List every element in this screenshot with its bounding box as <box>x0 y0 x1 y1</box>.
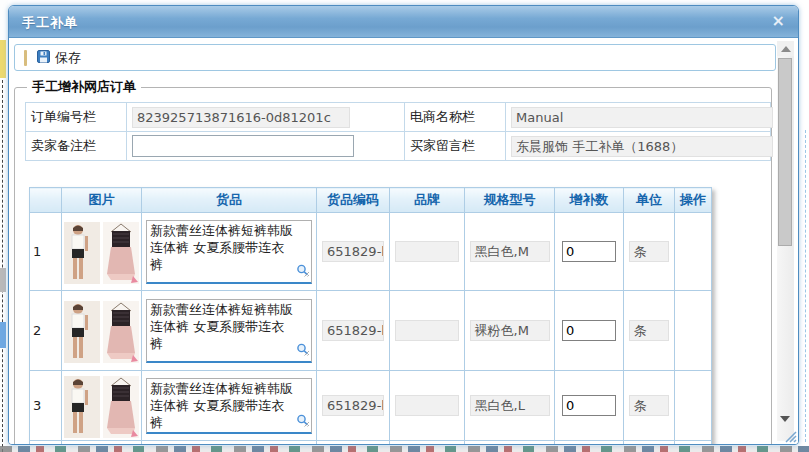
unit-value: 条 <box>629 241 669 262</box>
items-table: 图片 货品 货品编码 品牌 规格型号 增补数 单位 操作 1 <box>29 187 712 444</box>
goods-code-value: 651829-lu <box>322 320 384 341</box>
background-fragment <box>0 268 6 292</box>
product-lookup-box[interactable]: 新款蕾丝连体裤短裤韩版连体裤 女夏系腰带连衣裤 <box>146 220 312 284</box>
fieldset-legend: 手工增补网店订单 <box>27 78 141 96</box>
order-no-value: 823925713871616-0d81201c <box>132 107 350 128</box>
seller-note-input[interactable] <box>132 135 354 157</box>
background-fragment <box>0 322 6 348</box>
scroll-down-button[interactable] <box>777 412 794 427</box>
product-photo-model <box>64 376 100 438</box>
background-page-left-strip <box>0 0 8 452</box>
spec-value: 裸粉色,M <box>470 320 550 341</box>
scrollbar-thumb[interactable] <box>778 58 792 246</box>
seller-note-label: 卖家备注栏 <box>26 132 127 161</box>
dialog-titlebar[interactable]: 手工补单 × <box>9 6 798 38</box>
product-images <box>62 373 141 438</box>
magnifier-icon[interactable] <box>296 264 310 281</box>
row-index: 4 <box>30 441 62 445</box>
row-index: 2 <box>30 291 62 371</box>
col-header-action: 操作 <box>675 188 712 213</box>
manual-order-dialog: 手工补单 × 保存 手工增补网店订单 <box>8 5 799 445</box>
action-cell <box>675 441 712 445</box>
col-header-index <box>30 188 62 213</box>
background-dotted-border <box>2 80 3 452</box>
col-header-product: 货品 <box>142 188 317 213</box>
arrow-up-icon <box>781 46 791 52</box>
col-header-unit: 单位 <box>624 188 675 213</box>
order-fieldset: 手工增补网店订单 订单编号栏 823925713871616-0d81201c … <box>14 78 772 444</box>
shop-name-value: Manual <box>511 107 773 128</box>
spec-value: 黑白色,L <box>470 395 550 416</box>
brand-value <box>395 395 459 416</box>
brand-value <box>395 241 459 262</box>
brand-value <box>395 320 459 341</box>
action-cell <box>675 213 712 291</box>
action-cell <box>675 291 712 371</box>
background-page-bottom-strip <box>0 446 809 452</box>
table-row: 3 <box>30 371 712 441</box>
table-row: 1 <box>30 213 712 291</box>
col-header-code: 货品编码 <box>317 188 390 213</box>
row-index: 1 <box>30 213 62 291</box>
magnifier-icon[interactable] <box>296 414 310 431</box>
toolbar: 保存 <box>14 44 776 71</box>
table-row: 2 <box>30 291 712 371</box>
order-no-label: 订单编号栏 <box>26 103 127 132</box>
product-photo-model <box>64 301 100 363</box>
unit-value: 条 <box>629 320 669 341</box>
dialog-title: 手工补单 <box>22 14 78 32</box>
vertical-scrollbar[interactable] <box>777 41 794 441</box>
background-fragment <box>0 40 6 78</box>
product-lookup-box[interactable]: 新款蕾丝连体裤短裤韩版连体裤 女夏系腰带连衣裤 <box>146 378 312 434</box>
col-header-brand: 品牌 <box>390 188 465 213</box>
product-photo-dress <box>103 222 139 284</box>
order-info-table: 订单编号栏 823925713871616-0d81201c 电商名称栏 Man… <box>25 102 771 161</box>
product-photo-model <box>64 222 100 284</box>
resize-grip[interactable] <box>782 428 797 443</box>
shop-name-label: 电商名称栏 <box>405 103 506 132</box>
buyer-message-label: 买家留言栏 <box>405 132 506 161</box>
save-button-label: 保存 <box>55 49 81 67</box>
arrow-down-icon <box>780 416 790 422</box>
product-images <box>62 298 141 363</box>
supplement-qty-input[interactable] <box>562 320 616 341</box>
scroll-up-button[interactable] <box>777 41 794 56</box>
product-lookup-box[interactable]: 新款蕾丝连体裤短裤韩版连体裤 女夏系腰带连衣裤 <box>146 299 312 363</box>
save-button[interactable]: 保存 <box>37 47 81 68</box>
spec-value: 黑白色,M <box>470 241 550 262</box>
unit-value: 条 <box>629 395 669 416</box>
magnifier-icon[interactable] <box>296 343 310 360</box>
buyer-message-value: 东晨服饰 手工补单（1688） <box>511 136 773 157</box>
save-icon <box>37 50 50 66</box>
close-icon[interactable]: × <box>772 12 785 30</box>
toolbar-grip-handle[interactable] <box>24 50 27 66</box>
action-cell <box>675 371 712 441</box>
row-index: 3 <box>30 371 62 441</box>
col-header-image: 图片 <box>62 188 142 213</box>
supplement-qty-input[interactable] <box>562 241 616 262</box>
goods-code-value: 651829-he <box>322 241 384 262</box>
product-photo-dress <box>103 376 139 438</box>
product-photo-dress <box>103 301 139 363</box>
col-header-spec: 规格型号 <box>465 188 555 213</box>
product-images <box>62 219 141 284</box>
table-row: 4 新款蕾丝连体裤短裤韩版连体裤 女夏系腰带连衣裤 <box>30 441 712 445</box>
supplement-qty-input[interactable] <box>562 395 616 416</box>
col-header-qty: 增补数 <box>555 188 624 213</box>
items-header-row: 图片 货品 货品编码 品牌 规格型号 增补数 单位 操作 <box>30 188 712 213</box>
background-page-right-edge <box>805 130 806 442</box>
dialog-body: 保存 手工增补网店订单 订单编号栏 823925713871616-0d8120… <box>9 38 798 444</box>
goods-code-value: 651829-he <box>322 395 384 416</box>
